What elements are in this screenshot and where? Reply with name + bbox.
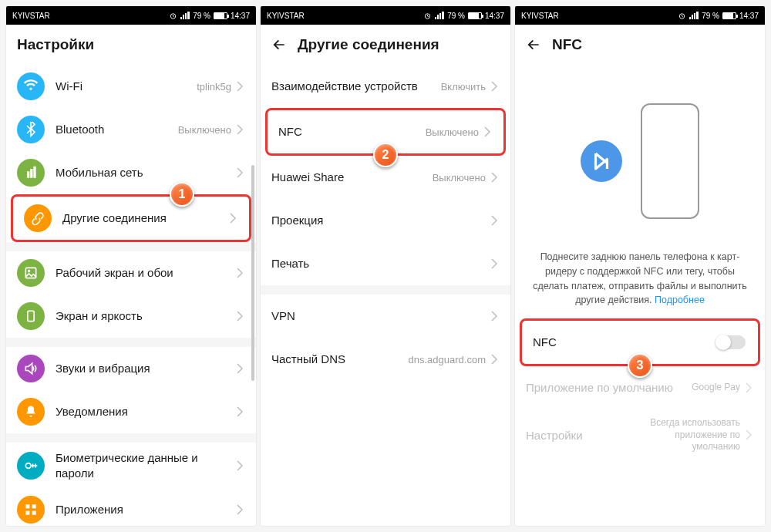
row-vpn[interactable]: VPN xyxy=(261,295,510,338)
row-value: dns.adguard.com xyxy=(409,354,486,365)
battery-icon xyxy=(722,12,736,19)
row-notifications[interactable]: Уведомления xyxy=(6,390,256,433)
row-label: Экран и яркость xyxy=(56,308,236,324)
step-badge-1: 1 xyxy=(170,182,194,207)
row-value: Google Pay xyxy=(692,382,740,394)
svg-rect-8 xyxy=(32,511,36,515)
chevron-right-icon xyxy=(745,382,752,393)
row-label: Bluetooth xyxy=(56,122,178,137)
row-display[interactable]: Экран и яркость xyxy=(6,295,256,338)
link-icon xyxy=(24,204,52,232)
highlight-nfc: NFC Выключено 2 xyxy=(265,108,506,156)
row-value: Включить xyxy=(441,81,486,93)
row-bluetooth[interactable]: Bluetooth Выключено xyxy=(6,108,256,151)
svg-rect-1 xyxy=(25,268,35,278)
chevron-right-icon xyxy=(490,258,498,269)
chevron-right-icon xyxy=(236,268,244,278)
row-value: Всегда использовать приложение по умолча… xyxy=(632,417,740,453)
step-badge-3: 3 xyxy=(628,353,652,378)
page-title: Настройки xyxy=(17,36,94,53)
row-apps[interactable]: Приложения xyxy=(6,488,256,526)
row-label: Приложения xyxy=(56,502,236,517)
row-label: Печать xyxy=(271,256,490,271)
row-sound[interactable]: Звуки и вибрация xyxy=(6,347,256,390)
key-icon xyxy=(17,452,45,480)
battery-label: 79 % xyxy=(193,12,210,20)
alarm-icon xyxy=(678,12,686,20)
svg-point-4 xyxy=(25,463,31,468)
chevron-right-icon xyxy=(236,504,244,515)
time-label: 14:37 xyxy=(739,12,759,20)
row-wallpaper[interactable]: Рабочий экран и обои xyxy=(6,251,256,295)
screen-settings: KYIVSTAR 79 % 14:37 Настройки Wi-Fi tpli… xyxy=(6,6,256,526)
battery-label: 79 % xyxy=(447,12,465,20)
carrier-label: KYIVSTAR xyxy=(521,12,559,20)
bell-icon xyxy=(17,398,45,426)
nfc-description: Поднесите заднюю панель телефона к карт-… xyxy=(515,250,765,318)
page-title: Другие соединения xyxy=(298,36,439,53)
alarm-icon xyxy=(423,12,432,20)
row-private-dns[interactable]: Частный DNS dns.adguard.com xyxy=(261,338,510,381)
chevron-right-icon xyxy=(236,124,244,135)
chevron-right-icon xyxy=(236,460,244,471)
chevron-right-icon xyxy=(490,311,498,322)
row-device-interaction[interactable]: Взаимодействие устройств Включить xyxy=(261,65,510,108)
battery-icon xyxy=(214,12,227,19)
sound-icon xyxy=(17,355,45,382)
settings-list[interactable]: Wi-Fi tplink5g Bluetooth Выключено Мобил… xyxy=(6,65,256,526)
battery-label: 79 % xyxy=(702,12,719,20)
row-value: Выключено xyxy=(178,124,231,136)
signal-icon xyxy=(435,12,444,19)
nfc-illustration xyxy=(515,65,765,250)
chevron-right-icon xyxy=(236,363,244,374)
wifi-icon xyxy=(17,72,45,100)
carrier-label: KYIVSTAR xyxy=(12,12,50,20)
learn-more-link[interactable]: Подробнее xyxy=(655,295,705,305)
brightness-icon xyxy=(17,302,45,330)
signal-icon xyxy=(180,12,190,19)
row-label: Частный DNS xyxy=(271,352,409,367)
row-label: Биометрические данные и пароли xyxy=(56,450,236,480)
row-wifi[interactable]: Wi-Fi tplink5g xyxy=(6,65,256,108)
row-label: NFC xyxy=(533,335,716,350)
row-projection[interactable]: Проекция xyxy=(261,199,510,242)
back-button[interactable] xyxy=(526,37,541,52)
row-value: tplink5g xyxy=(197,81,231,93)
row-label: Рабочий экран и обои xyxy=(56,265,236,281)
chevron-right-icon xyxy=(483,126,491,137)
row-print[interactable]: Печать xyxy=(261,242,510,285)
battery-icon xyxy=(468,12,482,19)
screen-other-connections: KYIVSTAR 79 % 14:37 Другие соединения Вз… xyxy=(261,6,510,526)
apps-icon xyxy=(17,496,45,524)
svg-rect-5 xyxy=(25,504,29,508)
wallpaper-icon xyxy=(17,259,45,287)
chevron-right-icon xyxy=(490,81,498,92)
row-biometrics[interactable]: Биометрические данные и пароли xyxy=(6,443,256,488)
chevron-right-icon xyxy=(490,215,498,226)
statusbar: KYIVSTAR 79 % 14:37 xyxy=(515,6,765,25)
nfc-logo-icon xyxy=(581,140,622,182)
time-label: 14:37 xyxy=(231,12,250,20)
nfc-toggle[interactable] xyxy=(716,335,746,349)
sim-icon xyxy=(17,159,45,187)
svg-rect-6 xyxy=(32,504,36,508)
header: Настройки xyxy=(6,25,256,65)
signal-icon xyxy=(689,12,699,19)
row-label: NFC xyxy=(278,124,426,140)
row-other-connections[interactable]: Другие соединения xyxy=(13,197,249,240)
header: NFC xyxy=(515,25,765,65)
svg-rect-3 xyxy=(28,311,34,321)
time-label: 14:37 xyxy=(485,12,504,20)
row-mobile[interactable]: Мобильная сеть 1 xyxy=(6,151,256,194)
chevron-right-icon xyxy=(490,172,498,183)
connections-list[interactable]: Взаимодействие устройств Включить NFC Вы… xyxy=(261,65,510,526)
svg-rect-7 xyxy=(25,511,29,515)
row-label: Приложение по умолчанию xyxy=(526,380,692,396)
row-nfc-settings: Настройки Всегда использовать приложение… xyxy=(515,409,765,461)
screen-nfc: KYIVSTAR 79 % 14:37 NFC Поднесите заднюю… xyxy=(515,6,765,526)
chevron-right-icon xyxy=(490,354,498,365)
row-value: Выключено xyxy=(426,126,479,138)
back-button[interactable] xyxy=(271,37,287,52)
bluetooth-icon xyxy=(17,116,45,143)
row-label: Wi-Fi xyxy=(56,79,197,94)
